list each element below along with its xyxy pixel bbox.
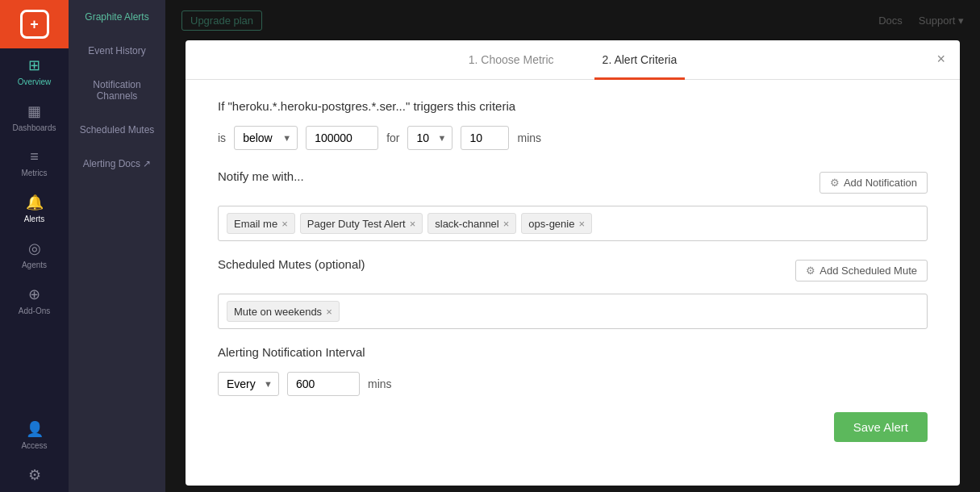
- mutes-tags-box: Mute on weekends ×: [218, 294, 928, 329]
- interval-mins-label: mins: [368, 377, 392, 390]
- left-nav-graphite-alerts[interactable]: Graphite Alerts: [69, 0, 165, 34]
- add-notification-button[interactable]: ⚙ Add Notification: [819, 172, 928, 194]
- sidebar-item-dashboards[interactable]: ▦ Dashboards: [0, 94, 69, 140]
- gear-icon: ⚙: [830, 177, 840, 189]
- tag-mute-weekends: Mute on weekends ×: [227, 301, 340, 322]
- sidebar-item-label: Alerts: [24, 215, 45, 223]
- remove-email-me-button[interactable]: ×: [281, 219, 288, 229]
- tag-label: ops-genie: [528, 218, 574, 230]
- bottom-row: Save Alert: [218, 412, 928, 442]
- tag-label: slack-channel: [435, 218, 499, 230]
- gear-icon-mute: ⚙: [806, 265, 815, 277]
- criteria-title: If "heroku.*.heroku-postgres.*.ser..." t…: [218, 99, 928, 113]
- access-icon: 👤: [26, 420, 44, 438]
- notify-title: Notify me with...: [218, 169, 304, 183]
- agents-icon: ◎: [28, 240, 41, 257]
- tag-email-me: Email me ×: [227, 213, 295, 234]
- addons-icon: ⊕: [28, 286, 40, 303]
- left-nav-notification-channels[interactable]: Notification Channels: [69, 68, 165, 113]
- left-nav-scheduled-mutes[interactable]: Scheduled Mutes: [69, 113, 165, 147]
- sidebar-item-alerts[interactable]: 🔔 Alerts: [0, 186, 69, 231]
- overview-icon: ⊞: [28, 56, 40, 74]
- tag-slack-channel: slack-channel ×: [427, 213, 516, 234]
- notify-tags-box: Email me × Pager Duty Test Alert × slack…: [218, 206, 928, 241]
- for-label: for: [386, 131, 399, 144]
- remove-slack-channel-button[interactable]: ×: [503, 219, 510, 229]
- threshold-input[interactable]: [306, 126, 378, 150]
- criteria-row: is below above equal ▼ for 10 5 15: [218, 126, 928, 150]
- main-area: Upgrade plan Docs Support ▾ × 1. Choose …: [165, 0, 980, 492]
- alerts-icon: 🔔: [26, 194, 44, 211]
- sidebar-item-label: Overview: [18, 77, 52, 86]
- sidebar-item-metrics[interactable]: ≡ Metrics: [0, 140, 69, 186]
- interval-input[interactable]: [287, 372, 360, 396]
- duration-input[interactable]: [461, 126, 509, 150]
- condition-select[interactable]: below above equal: [234, 126, 298, 150]
- tab-alert-criteria[interactable]: 2. Alert Criteria: [594, 40, 686, 80]
- notify-section-header: Notify me with... ⚙ Add Notification: [218, 169, 928, 196]
- remove-pager-duty-button[interactable]: ×: [410, 219, 416, 229]
- sidebar: + ⊞ Overview ▦ Dashboards ≡ Metrics 🔔 Al…: [0, 0, 69, 492]
- sidebar-item-settings[interactable]: ⚙: [0, 458, 69, 492]
- mutes-title: Scheduled Mutes (optional): [218, 257, 365, 271]
- left-nav-event-history[interactable]: Event History: [69, 34, 165, 68]
- condition-select-wrapper: below above equal ▼: [234, 126, 298, 150]
- tag-ops-genie: ops-genie ×: [521, 213, 592, 234]
- every-select-wrapper: Every Once ▼: [218, 372, 279, 396]
- left-nav: Graphite Alerts Event History Notificati…: [69, 0, 165, 492]
- metrics-icon: ≡: [30, 148, 39, 165]
- logo-icon: +: [20, 10, 49, 39]
- save-alert-button[interactable]: Save Alert: [834, 412, 928, 442]
- tag-label: Mute on weekends: [234, 306, 322, 318]
- modal-body: If "heroku.*.heroku-postgres.*.ser..." t…: [186, 80, 960, 461]
- settings-icon: ⚙: [28, 466, 41, 484]
- duration-select-wrapper: 10 5 15 30 ▼: [407, 126, 452, 150]
- duration-select[interactable]: 10 5 15 30: [407, 126, 452, 150]
- sidebar-item-agents[interactable]: ◎ Agents: [0, 231, 69, 277]
- mutes-section-header: Scheduled Mutes (optional) ⚙ Add Schedul…: [218, 257, 928, 284]
- remove-mute-weekends-button[interactable]: ×: [326, 306, 332, 317]
- add-scheduled-mute-button[interactable]: ⚙ Add Scheduled Mute: [795, 260, 928, 281]
- tab-choose-metric[interactable]: 1. Choose Metric: [461, 40, 562, 80]
- left-nav-alerting-docs[interactable]: Alerting Docs ↗: [69, 147, 165, 181]
- tag-label: Email me: [234, 218, 277, 230]
- interval-row: Every Once ▼ mins: [218, 372, 928, 396]
- sidebar-item-label: Add-Ons: [19, 306, 50, 315]
- modal-dialog: × 1. Choose Metric 2. Alert Criteria If …: [186, 40, 960, 486]
- every-select[interactable]: Every Once: [218, 372, 279, 396]
- dashboards-icon: ▦: [27, 102, 41, 120]
- sidebar-item-addons[interactable]: ⊕ Add-Ons: [0, 277, 69, 323]
- sidebar-item-access[interactable]: 👤 Access: [0, 412, 69, 458]
- interval-title: Alerting Notification Interval: [218, 345, 928, 359]
- tag-label: Pager Duty Test Alert: [307, 218, 406, 230]
- sidebar-item-label: Dashboards: [13, 123, 56, 132]
- is-label: is: [218, 131, 226, 144]
- sidebar-item-label: Access: [21, 441, 47, 450]
- remove-ops-genie-button[interactable]: ×: [578, 219, 585, 229]
- sidebar-logo[interactable]: +: [0, 0, 69, 48]
- mins-label: mins: [517, 131, 541, 144]
- sidebar-item-label: Agents: [22, 261, 47, 269]
- modal-tabs: 1. Choose Metric 2. Alert Criteria: [186, 40, 960, 80]
- modal-close-button[interactable]: ×: [936, 52, 945, 66]
- tag-pager-duty: Pager Duty Test Alert ×: [300, 213, 423, 234]
- sidebar-item-overview[interactable]: ⊞ Overview: [0, 48, 69, 94]
- sidebar-item-label: Metrics: [21, 169, 47, 177]
